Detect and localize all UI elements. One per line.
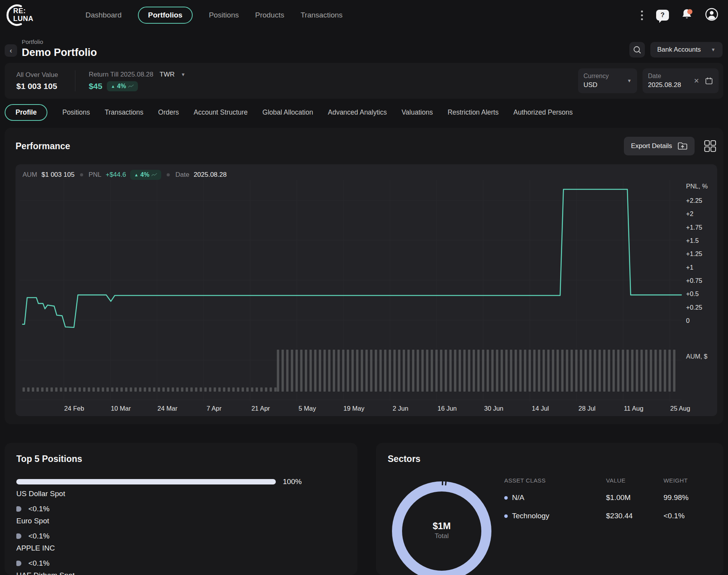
tab-positions[interactable]: Positions [62, 108, 90, 117]
date-value: 2025.08.28 [648, 81, 681, 89]
svg-text:11 Aug: 11 Aug [624, 405, 643, 412]
performance-card: Performance Export Details AUM $1 003 10… [5, 128, 723, 424]
twr-dropdown-icon[interactable]: ▼ [181, 72, 185, 77]
clear-date-icon[interactable]: ✕ [694, 77, 699, 85]
currency-label: Currency [583, 73, 609, 80]
position-weight-bar [16, 506, 21, 512]
dashboard-grid-icon[interactable] [703, 139, 717, 153]
sectors-table: ASSET CLASSVALUEWEIGHTN/A$1.00M99.98%Tec… [504, 477, 713, 520]
export-details-button[interactable]: Export Details [624, 137, 695, 155]
position-weight: <0.1% [28, 559, 49, 568]
more-menu-icon[interactable] [639, 9, 645, 22]
tab-advanced-analytics[interactable]: Advanced Analytics [328, 108, 387, 117]
back-button[interactable]: ‹ [5, 44, 17, 57]
position-weight: <0.1% [28, 505, 49, 513]
divider [75, 70, 75, 91]
page-title: Demo Portfolio [22, 47, 97, 58]
svg-text:+0.75: +0.75 [686, 277, 702, 284]
sectors-title: Sectors [388, 454, 712, 464]
stats-bar: All Over Value $1 003 105 Return Till 20… [5, 63, 723, 99]
svg-text:7 Apr: 7 Apr [207, 405, 222, 412]
search-button[interactable] [629, 42, 645, 57]
sectors-column-header: VALUE [606, 477, 664, 484]
return-till-label: Return Till 2025.08.28 [89, 71, 153, 78]
tab-valuations[interactable]: Valuations [402, 108, 433, 117]
return-change-badge: ▲ 4% [107, 81, 138, 91]
svg-text:+1.5: +1.5 [686, 237, 699, 244]
return-method: TWR [160, 71, 175, 78]
nav-item-portfolios[interactable]: Portfolios [138, 7, 193, 24]
asset-class-dot-icon [504, 496, 508, 500]
svg-text:10 Mar: 10 Mar [111, 405, 131, 412]
tab-global-allocation[interactable]: Global Allocation [263, 108, 313, 117]
help-icon[interactable]: ? [656, 10, 669, 21]
return-value: $45 [89, 82, 102, 91]
position-name: US Dollar Spot [16, 490, 346, 498]
position-weight: <0.1% [28, 532, 49, 540]
svg-text:30 Jun: 30 Jun [484, 405, 503, 412]
asset-class-dot-icon [504, 514, 508, 518]
tab-restriction-alerts[interactable]: Restriction Alerts [448, 108, 498, 117]
position-name: APPLE INC [16, 544, 346, 552]
svg-text:14 Jul: 14 Jul [532, 405, 549, 412]
tab-profile[interactable]: Profile [5, 104, 47, 121]
svg-text:+1.75: +1.75 [686, 224, 702, 231]
svg-text:+1.25: +1.25 [686, 250, 702, 257]
value-cell: $230.44 [606, 512, 664, 520]
date-picker[interactable]: Date 2025.08.28 ✕ [643, 68, 719, 93]
brand-logo[interactable]: RE: LUNA [4, 3, 50, 27]
svg-text:+0.5: +0.5 [686, 290, 699, 297]
bank-accounts-dropdown[interactable]: Bank Accounts ▼ [650, 42, 723, 57]
weight-cell: <0.1% [664, 512, 713, 520]
sectors-column-header: ASSET CLASS [504, 477, 606, 484]
tab-account-structure[interactable]: Account Structure [194, 108, 248, 117]
calendar-icon[interactable] [705, 77, 713, 85]
sectors-card: Sectors $1M Total ASSET CLASSVALUEWEIGHT… [376, 443, 723, 575]
donut-center-label: $1M Total [418, 521, 465, 540]
notifications-bell-icon[interactable] [680, 7, 694, 23]
tab-transactions[interactable]: Transactions [104, 108, 143, 117]
asset-class-cell: Technology [504, 512, 606, 520]
mini-sparkline-icon [128, 84, 134, 88]
tab-orders[interactable]: Orders [158, 108, 179, 117]
nav-item-dashboard[interactable]: Dashboard [85, 11, 122, 19]
svg-text:25 Aug: 25 Aug [670, 405, 690, 412]
currency-value: USD [583, 81, 609, 89]
svg-text:PNL, %: PNL, % [686, 183, 708, 190]
svg-text:24 Mar: 24 Mar [157, 405, 178, 412]
svg-text:16 Jun: 16 Jun [437, 405, 457, 412]
svg-text:+2: +2 [686, 210, 693, 217]
position-name: UAE Dirham Spot [16, 571, 346, 575]
nav-item-transactions[interactable]: Transactions [301, 11, 343, 19]
sectors-column-header: WEIGHT [664, 477, 713, 484]
legend-separator-dot [167, 173, 170, 176]
nav-item-positions[interactable]: Positions [209, 11, 239, 19]
position-weight-bar [16, 561, 21, 566]
svg-text:24 Feb: 24 Feb [64, 405, 84, 412]
mini-sparkline-icon [151, 173, 157, 177]
chart-legend: AUM $1 003 105 PNL +$44.6 ▲ 4% Date 2025… [23, 170, 226, 180]
svg-text:28 Jul: 28 Jul [578, 405, 596, 412]
breadcrumb-row: ‹ Portfolio Demo Portfolio Bank Accounts… [0, 30, 728, 58]
nav-item-products[interactable]: Products [255, 11, 284, 19]
legend-pnl-label: PNL [89, 171, 101, 179]
legend-date-label: Date [175, 171, 189, 179]
position-weight-bar [16, 479, 276, 484]
position-weight-bar [16, 533, 21, 539]
all-over-value: $1 003 105 [16, 82, 57, 91]
currency-selector[interactable]: Currency USD ▼ [578, 68, 637, 93]
user-avatar[interactable] [705, 7, 719, 23]
top-positions-list: 100%US Dollar Spot<0.1%Euro Spot<0.1%APP… [16, 477, 346, 575]
position-item: <0.1%APPLE INC [16, 532, 346, 552]
performance-chart-svg[interactable]: PNL, %+2.25+2+1.75+1.5+1.25+1+0.75+0.5+0… [16, 164, 717, 416]
donut-total-caption: Total [418, 532, 465, 540]
tab-authorized-persons[interactable]: Authorized Persons [513, 108, 573, 117]
main-nav: DashboardPortfoliosPositionsProductsTran… [85, 7, 343, 24]
all-over-value-label: All Over Value [16, 71, 58, 79]
export-folder-icon [677, 141, 688, 151]
date-label: Date [648, 73, 681, 80]
svg-text:2 Jun: 2 Jun [393, 405, 408, 412]
position-item: <0.1%UAE Dirham Spot [16, 559, 346, 575]
performance-title: Performance [16, 141, 70, 152]
svg-text:+0.25: +0.25 [686, 304, 702, 311]
